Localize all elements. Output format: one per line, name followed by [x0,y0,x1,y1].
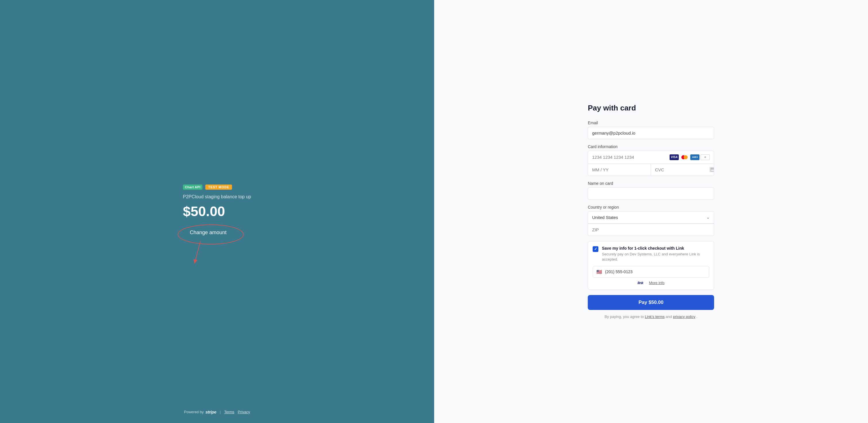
expiry-input[interactable] [588,164,651,175]
powered-by: Powered by stripe [184,410,217,414]
card-number-input[interactable] [592,155,670,160]
link-save-text: Save my info for 1-click checkout with L… [602,246,709,262]
country-region-box: United States Canada United Kingdom Germ… [588,211,714,236]
name-on-card-input[interactable] [588,187,714,200]
chart-api-badge: Chart API [183,185,203,190]
pay-button[interactable]: Pay $50.00 [588,295,714,310]
powered-by-label: Powered by [184,410,204,414]
country-region-group: Country or region United States Canada U… [588,205,714,236]
name-on-card-label: Name on card [588,181,714,186]
visa-icon: VISA [670,154,679,160]
link-save-title: Save my info for 1-click checkout with L… [602,246,709,251]
checkmark-icon: ✓ [594,247,597,251]
privacy-policy-link[interactable]: privacy policy [673,315,695,319]
mc-circles [681,155,688,159]
link-footer-row: link · More info [593,281,709,285]
link-save-desc: Securely pay on Dev Systems, LLC and eve… [602,252,709,262]
pay-footer-text: By paying, you agree to Link's terms and… [588,314,714,320]
link-logo: link [638,281,643,285]
svg-rect-1 [711,168,714,169]
card-info-group: Card information VISA AMEX ⊙ [588,144,714,176]
footer-text: By paying, you agree to [605,315,644,319]
product-description: P2PCloud staging balance top up [183,194,251,199]
link-save-header: ✓ Save my info for 1-click checkout with… [593,246,709,262]
email-group: Email [588,121,714,139]
card-number-row: VISA AMEX ⊙ [588,151,714,164]
country-region-label: Country or region [588,205,714,209]
link-dot: · [646,281,647,285]
card-expiry-cvc [588,164,714,175]
right-panel: Pay with card Email Card information VIS… [434,0,868,423]
amex-icon: AMEX [690,154,700,160]
zip-input[interactable] [588,224,714,236]
country-select-row: United States Canada United Kingdom Germ… [588,212,714,224]
privacy-link[interactable]: Privacy [238,410,250,414]
and-text: and [665,315,672,319]
name-on-card-group: Name on card [588,181,714,200]
annotation-arrow [194,241,201,264]
link-save-checkbox[interactable]: ✓ [593,246,598,252]
payment-form: Pay with card Email Card information VIS… [588,104,714,320]
form-title: Pay with card [588,104,714,112]
stripe-logo: stripe [205,410,216,414]
mc-orange [684,155,688,159]
left-footer: Powered by stripe | Terms Privacy [0,410,434,414]
phone-input[interactable] [605,269,706,274]
card-icons: VISA AMEX ⊙ [670,154,710,160]
svg-rect-0 [711,168,714,172]
cvc-input[interactable] [655,167,710,172]
card-info-box: VISA AMEX ⊙ [588,151,714,176]
amount-display: $50.00 [183,204,225,219]
top-badges: Chart API TEST MODE [183,185,232,190]
cvc-card-icon [710,167,714,172]
us-flag-icon: 🇺🇸 [596,269,602,274]
footer-divider: | [220,410,220,414]
footer-period: . [696,315,698,319]
left-content: Chart API TEST MODE P2PCloud staging bal… [183,185,251,238]
mastercard-icon [680,154,689,160]
test-mode-badge: TEST MODE [205,185,232,190]
terms-link[interactable]: Terms [224,410,234,414]
email-input[interactable] [588,127,714,139]
country-select[interactable]: United States Canada United Kingdom Germ… [588,212,714,223]
email-label: Email [588,121,714,125]
left-panel: Chart API TEST MODE P2PCloud staging bal… [0,0,434,423]
change-amount-area: Change amount [183,227,234,238]
more-info-link[interactable]: More info [649,281,664,285]
diners-icon: ⊙ [701,154,710,160]
card-info-label: Card information [588,144,714,149]
link-phone-row: 🇺🇸 [593,266,709,278]
change-amount-button[interactable]: Change amount [183,227,234,238]
cvc-row [651,164,714,175]
links-terms-link[interactable]: Link's terms [645,315,665,319]
link-save-box: ✓ Save my info for 1-click checkout with… [588,241,714,290]
